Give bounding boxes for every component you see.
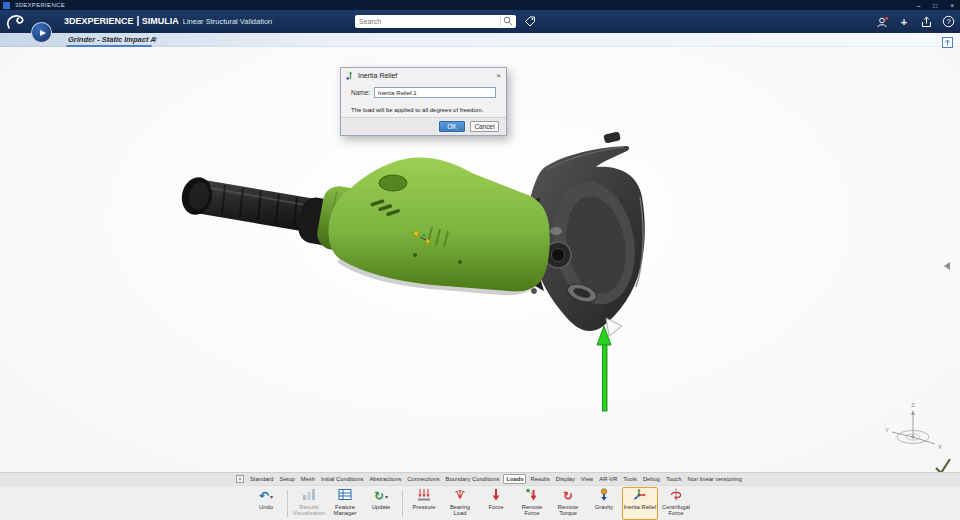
toolbar-label-remote-torque: Remote Torque	[551, 504, 585, 517]
ribbon-tab-standard[interactable]: Standard	[248, 475, 276, 483]
ribbon-tab-view[interactable]: View	[579, 475, 595, 483]
section-flag[interactable]	[606, 318, 622, 336]
force-icon	[489, 487, 503, 505]
update-dropdown-caret-icon[interactable]: ▾	[385, 493, 388, 500]
toolbar-separator	[287, 490, 288, 517]
expand-viewport-icon[interactable]	[942, 34, 953, 52]
app-brand: 3DEXPERIENCE|SIMULIALinear Structural Va…	[64, 16, 272, 26]
toolbar-button-undo[interactable]: ↶▾ Undo	[248, 487, 284, 520]
name-label: Name:	[351, 89, 374, 96]
play-media-badge[interactable]	[31, 22, 52, 43]
play-icon	[40, 30, 46, 36]
ribbon-tab-loads[interactable]: Loads	[503, 474, 526, 484]
ribbon-tab-touch[interactable]: Touch	[664, 475, 683, 483]
search-input[interactable]	[355, 18, 500, 25]
ribbon-tab-tools[interactable]: Tools	[621, 475, 639, 483]
maximize-button[interactable]: □	[933, 2, 937, 9]
toolbar-separator	[402, 490, 403, 517]
ribbon-tab-ar-vr[interactable]: AR-VR	[597, 475, 619, 483]
ribbon-tab-non-linear-versioning[interactable]: Non linear versioning	[685, 475, 743, 483]
brand-divider: |	[137, 16, 139, 26]
help-icon[interactable]: ?	[941, 15, 955, 29]
inertia-relief-dialog-icon	[346, 66, 355, 84]
toolbar-label-pressure: Pressure	[412, 504, 435, 510]
workspace-tab-grinder[interactable]: Grinder - Static Impact A	[68, 35, 156, 44]
grinder-model[interactable]	[178, 131, 644, 411]
ribbon-tab-boundary-conditions[interactable]: Boundary Conditions	[444, 475, 502, 483]
minimize-button[interactable]: –	[917, 2, 921, 9]
checkmark-icon[interactable]	[936, 459, 950, 472]
centrifugal-force-icon	[669, 487, 683, 505]
ribbon-tab-mesh[interactable]: Mesh	[299, 475, 317, 483]
axis-triad[interactable]: Z X Y	[885, 402, 942, 450]
inertia-relief-icon	[633, 487, 647, 505]
axis-label-z: Z	[911, 402, 915, 408]
dialog-close-icon[interactable]: ×	[496, 71, 501, 80]
ribbon-tabbar: Standard Setup Mesh Initial Conditions A…	[0, 472, 960, 485]
dialog-message: The load will be applied to all degrees …	[351, 107, 496, 113]
ribbon-tab-results[interactable]: Results	[528, 475, 551, 483]
name-input[interactable]	[374, 87, 496, 98]
results-visualization-icon	[302, 487, 316, 505]
user-notifications-icon[interactable]	[875, 15, 889, 29]
global-search[interactable]	[355, 15, 516, 28]
toolbar-button-force[interactable]: Force	[478, 487, 514, 520]
close-button[interactable]: ×	[950, 2, 954, 9]
brand-subtitle: Linear Structural Validation	[183, 17, 273, 26]
load-arrow[interactable]	[597, 326, 611, 411]
toolbar-button-feature-manager[interactable]: Feature Manager	[327, 487, 363, 520]
cancel-button[interactable]: Cancel	[470, 121, 499, 132]
search-icon[interactable]	[500, 17, 516, 26]
update-icon: ↻	[374, 490, 384, 502]
active-tab-underline	[66, 45, 152, 47]
toolbar-label-bearing-load: Bearing Load	[443, 504, 477, 517]
tag-icon[interactable]	[523, 14, 537, 28]
toolbar-button-inertia-relief[interactable]: Inertia Relief	[622, 487, 658, 520]
toolbar-label-force: Force	[489, 504, 504, 510]
dialog-title: Inertia Relief	[358, 72, 496, 79]
undo-dropdown-caret-icon[interactable]: ▾	[270, 493, 273, 500]
remote-torque-icon: ↻	[563, 490, 573, 502]
add-workspace-tab-button[interactable]: +	[153, 34, 158, 44]
toolbar-button-pressure[interactable]: Pressure	[406, 487, 442, 520]
toolbar-label-remote-force: Remote Force	[515, 504, 549, 517]
ribbon-tab-debug[interactable]: Debug	[641, 475, 662, 483]
toolbar-label-gravity: Gravity	[595, 504, 613, 510]
toolbar-label-centrifugal-force: Centrifugal Force	[659, 504, 693, 517]
workspace-tabbar: Grinder - Static Impact A +	[0, 33, 960, 47]
toolbar-button-centrifugal-force[interactable]: Centrifugal Force	[658, 487, 694, 520]
add-content-icon[interactable]: +	[897, 15, 911, 29]
brand-app: SIMULIA	[142, 16, 179, 26]
ribbon-tab-abstractions[interactable]: Abstractions	[367, 475, 403, 483]
dialog-titlebar[interactable]: Inertia Relief ×	[341, 68, 506, 82]
undo-icon: ↶	[259, 490, 269, 502]
axis-label-y: Y	[885, 427, 889, 433]
ok-button[interactable]: OK	[439, 121, 465, 132]
ribbon-tab-display[interactable]: Display	[554, 475, 577, 483]
ribbon-tab-setup[interactable]: Setup	[278, 475, 297, 483]
grinder-body[interactable]	[328, 158, 549, 296]
toolbar-button-bearing-load[interactable]: Bearing Load	[442, 487, 478, 520]
app-header: 3DEXPERIENCE|SIMULIALinear Structural Va…	[0, 10, 960, 33]
os-titlebar: 3DEXPERIENCE – □ ×	[0, 0, 960, 10]
ribbon-tab-initial-conditions[interactable]: Initial Conditions	[319, 475, 366, 483]
toolbar-label-inertia-relief: Inertia Relief	[624, 504, 657, 510]
ribbon-pin-icon[interactable]	[236, 475, 244, 483]
3ds-compass-logo-icon[interactable]	[5, 12, 31, 35]
remote-force-icon	[525, 487, 539, 505]
app-logo-small	[3, 2, 10, 9]
pressure-icon	[417, 487, 431, 505]
toolbar-label-update: Update	[372, 504, 391, 510]
svg-text:?: ?	[946, 17, 950, 26]
toolbar-button-gravity[interactable]: Gravity	[586, 487, 622, 520]
toolbar-button-remote-force[interactable]: Remote Force	[514, 487, 550, 520]
ribbon-tab-connections[interactable]: Connections	[405, 475, 441, 483]
share-icon[interactable]	[919, 15, 933, 29]
toolbar-button-update[interactable]: ↻▾ Update	[363, 487, 399, 520]
gravity-icon	[597, 487, 611, 505]
feature-manager-icon	[338, 487, 352, 505]
toolbar-button-remote-torque[interactable]: ↻ Remote Torque	[550, 487, 586, 520]
toolbar-label-results-visualization: Results Visualization	[292, 504, 326, 517]
collapse-panel-icon[interactable]	[944, 262, 950, 270]
toolbar-button-results-visualization[interactable]: Results Visualization	[291, 487, 327, 520]
